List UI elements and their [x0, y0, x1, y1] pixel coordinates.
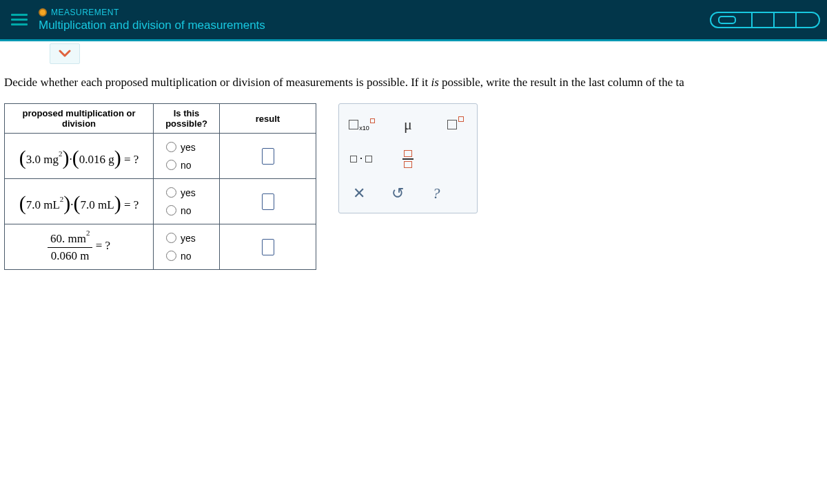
multiply-button[interactable]: ·	[347, 146, 375, 172]
table-row: 60. mm2 0.060 m = ? yes no	[5, 224, 316, 270]
col-header-result: result	[220, 104, 316, 134]
help-button[interactable]: ?	[425, 182, 448, 205]
radio-no[interactable]: no	[166, 205, 192, 216]
radio-no[interactable]: no	[166, 251, 192, 262]
undo-button[interactable]: ↺	[386, 182, 409, 205]
table-row: (7.0 mL2)·(7.0 mL) = ? yes no	[5, 179, 316, 224]
expression: (7.0 mL2)·(7.0 mL) = ?	[19, 198, 139, 211]
col-header-proposed: proposed multiplication or division	[5, 104, 154, 134]
measurements-table: proposed multiplication or division Is t…	[4, 103, 316, 270]
clear-button[interactable]: ✕	[347, 182, 371, 205]
radio-yes[interactable]: yes	[166, 142, 196, 153]
progress-stepper[interactable]	[710, 12, 820, 28]
expression: (3.0 mg2)·(0.016 g) = ?	[19, 153, 139, 166]
table-row: (3.0 mg2)·(0.016 g) = ? yes no	[5, 134, 316, 179]
topic-title: Multiplication and division of measureme…	[39, 19, 265, 32]
subject-dot-icon	[39, 8, 47, 17]
title-block: MEASUREMENT Multiplication and division …	[39, 8, 265, 32]
mu-button[interactable]: μ	[394, 112, 422, 138]
expression: 60. mm2 0.060 m = ?	[48, 239, 110, 252]
radio-yes[interactable]: yes	[166, 187, 196, 198]
col-header-possible: Is this possible?	[154, 104, 220, 134]
chevron-down-icon[interactable]	[50, 43, 80, 64]
result-input[interactable]	[262, 239, 274, 255]
radio-yes[interactable]: yes	[166, 233, 196, 244]
times-ten-power-button[interactable]: x10	[347, 112, 375, 138]
app-header: MEASUREMENT Multiplication and division …	[0, 0, 827, 41]
result-input[interactable]	[262, 193, 274, 210]
instruction-text: Decide whether each proposed multiplicat…	[0, 61, 827, 90]
result-input[interactable]	[262, 148, 274, 165]
equation-toolbox: x10 μ · ✕ ↺ ?	[338, 103, 478, 213]
subject-label: MEASUREMENT	[51, 8, 119, 17]
menu-icon[interactable]	[4, 7, 34, 32]
radio-no[interactable]: no	[166, 160, 192, 171]
fraction-button[interactable]	[394, 146, 422, 172]
superscript-button[interactable]	[441, 112, 469, 138]
